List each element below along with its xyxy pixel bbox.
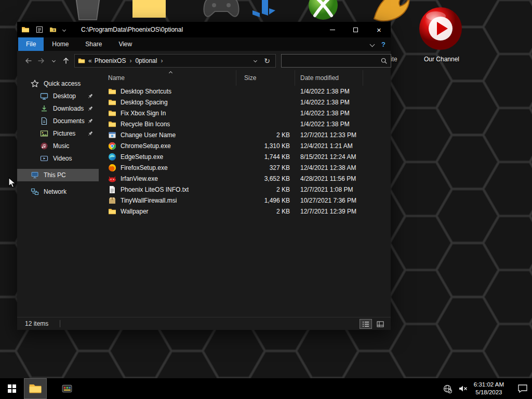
address-box[interactable]: « PhoenixOS›0ptional› ↻ bbox=[74, 54, 276, 68]
pictures-icon bbox=[40, 129, 48, 138]
file-row-irfanview-exe[interactable]: IrfanView.exe 3,652 KB 4/28/2021 11:56 P… bbox=[99, 173, 391, 184]
breadcrumb-overflow-icon[interactable]: « bbox=[88, 57, 91, 64]
system-tray: 6:31:02 AM 5/18/2023 bbox=[443, 381, 532, 396]
sidebar-item-label: Music bbox=[53, 142, 69, 150]
file-row-edgesetup-exe[interactable]: EdgeSetup.exe 1,744 KB 8/15/2021 12:24 A… bbox=[99, 151, 391, 162]
file-row-recycle-bin-icons[interactable]: Recycle Bin Icons 1/4/2022 1:38 PM bbox=[99, 118, 391, 129]
refresh-icon[interactable]: ↻ bbox=[264, 57, 270, 64]
action-center-icon[interactable] bbox=[517, 384, 528, 393]
sidebar-item-this-pc[interactable]: This PC bbox=[17, 169, 99, 181]
sidebar-item-label: Downloads bbox=[53, 105, 84, 112]
file-date: 4/28/2021 11:56 PM bbox=[295, 175, 363, 182]
file-name: Phoenix LiteOS INFO.txt bbox=[121, 186, 189, 193]
videos-icon bbox=[40, 154, 48, 163]
address-folder-icon bbox=[78, 57, 85, 64]
ribbon-tab-share[interactable]: Share bbox=[77, 37, 110, 51]
sidebar-item-desktop[interactable]: Desktop bbox=[17, 90, 99, 102]
file-date: 10/27/2021 7:36 PM bbox=[295, 197, 363, 204]
column-header-date-modified[interactable]: Date modified bbox=[295, 70, 363, 86]
irfanview-icon bbox=[108, 175, 116, 183]
file-row-desktop-spacing[interactable]: Desktop Spacing 1/4/2022 1:38 PM bbox=[99, 97, 391, 108]
file-row-phoenix-liteos-info-txt[interactable]: Phoenix LiteOS INFO.txt 2 KB 12/7/2021 1… bbox=[99, 184, 391, 195]
file-name: Change User Name bbox=[121, 131, 176, 139]
file-row-desktop-shortcuts[interactable]: Desktop Shortcuts 1/4/2022 1:38 PM bbox=[99, 86, 391, 97]
up-icon[interactable] bbox=[60, 55, 72, 67]
file-name: Fix Xbox Sign In bbox=[121, 110, 166, 117]
minimize-button[interactable] bbox=[321, 22, 344, 37]
recent-locations-chevron-icon[interactable] bbox=[47, 55, 60, 67]
sidebar-item-network[interactable]: Network bbox=[17, 185, 99, 198]
file-row-firefoxsetup-exe[interactable]: FirefoxSetup.exe 327 KB 12/4/2021 12:38 … bbox=[99, 162, 391, 173]
properties-icon[interactable] bbox=[36, 26, 43, 33]
quick-access-toolbar bbox=[36, 26, 65, 33]
sidebar-item-label: Quick access bbox=[44, 80, 81, 87]
taskbar-app-icon[interactable] bbox=[55, 378, 79, 399]
playstation-desktop-icon[interactable] bbox=[249, 0, 278, 20]
forward-icon[interactable] bbox=[35, 55, 47, 67]
our-channel-icon[interactable] bbox=[418, 6, 463, 51]
address-dropdown-chevron-icon[interactable] bbox=[254, 59, 257, 62]
qat-customize-chevron-icon[interactable] bbox=[62, 28, 66, 31]
breadcrumb-segment-0ptional[interactable]: 0ptional bbox=[135, 57, 157, 64]
file-date: 1/4/2022 1:38 PM bbox=[295, 110, 363, 117]
breadcrumb: PhoenixOS›0ptional› bbox=[95, 57, 255, 64]
items-count: 12 items bbox=[25, 320, 48, 327]
volume-muted-icon[interactable] bbox=[458, 384, 468, 393]
sidebar-item-videos[interactable]: Videos bbox=[17, 152, 99, 165]
music-icon bbox=[40, 142, 48, 150]
sidebar-item-documents[interactable]: Documents bbox=[17, 115, 99, 127]
details-view-button[interactable] bbox=[360, 319, 372, 329]
pin-icon bbox=[87, 130, 94, 137]
maximize-button[interactable] bbox=[344, 22, 367, 37]
search-box[interactable] bbox=[281, 54, 391, 68]
ribbon-tab-view[interactable]: View bbox=[110, 37, 140, 51]
file-date: 12/4/2021 1:21 AM bbox=[295, 142, 363, 150]
start-button[interactable] bbox=[0, 378, 24, 399]
taskbar-file-explorer-icon[interactable] bbox=[24, 378, 47, 399]
breadcrumb-segment-phoenixos[interactable]: PhoenixOS bbox=[95, 57, 126, 64]
sidebar-item-downloads[interactable]: Downloads bbox=[17, 102, 99, 115]
file-row-chromesetup-exe[interactable]: ChromeSetup.exe 1,310 KB 12/4/2021 1:21 … bbox=[99, 140, 391, 151]
ribbon-tab-home[interactable]: Home bbox=[44, 37, 77, 51]
search-icon[interactable] bbox=[380, 57, 388, 64]
column-header-name[interactable]: Name bbox=[99, 70, 236, 86]
thumbnails-view-button[interactable] bbox=[374, 319, 387, 329]
taskbar-clock[interactable]: 6:31:02 AM 5/18/2023 bbox=[474, 381, 504, 396]
file-row-change-user-name[interactable]: Change User Name 2 KB 12/7/2021 12:33 PM bbox=[99, 129, 391, 140]
file-name: Desktop Spacing bbox=[121, 99, 168, 106]
file-row-fix-xbox-sign-in[interactable]: Fix Xbox Sign In 1/4/2022 1:38 PM bbox=[99, 108, 391, 118]
our-channel-label[interactable]: Our Channel bbox=[421, 56, 462, 63]
recycle-bin-icon[interactable] bbox=[72, 0, 104, 21]
phoenix-desktop-icon[interactable] bbox=[370, 0, 410, 23]
file-list: Name Size Date modified Desktop Shortcut… bbox=[99, 70, 391, 317]
sidebar-item-pictures[interactable]: Pictures bbox=[17, 127, 99, 140]
controller-desktop-icon[interactable] bbox=[203, 0, 240, 19]
file-date: 1/4/2022 1:38 PM bbox=[295, 121, 363, 128]
file-size: 327 KB bbox=[236, 164, 295, 171]
network-globe-icon[interactable] bbox=[443, 384, 452, 393]
folder-desktop-icon[interactable] bbox=[131, 0, 167, 20]
back-icon[interactable] bbox=[22, 55, 35, 67]
file-row-tinywallfirewall-msi[interactable]: TinyWallFirewall.msi 1,496 KB 10/27/2021… bbox=[99, 195, 391, 206]
file-name: Desktop Shortcuts bbox=[121, 88, 171, 95]
breadcrumb-separator-icon[interactable]: › bbox=[129, 57, 131, 64]
file-row-wallpaper[interactable]: Wallpaper 2 KB 12/7/2021 12:39 PM bbox=[99, 206, 391, 217]
sidebar-item-music[interactable]: Music bbox=[17, 140, 99, 152]
ribbon-tab-file[interactable]: File bbox=[18, 37, 44, 51]
xbox-desktop-icon[interactable] bbox=[307, 0, 340, 21]
ribbon-expand-chevron-icon[interactable] bbox=[370, 42, 375, 47]
file-name: FirefoxSetup.exe bbox=[121, 164, 168, 171]
column-header-size[interactable]: Size bbox=[236, 70, 295, 86]
sidebar-item-quick-access[interactable]: Quick access bbox=[17, 77, 99, 90]
new-folder-icon[interactable] bbox=[49, 26, 57, 33]
edge-icon bbox=[108, 153, 116, 161]
file-size: 1,310 KB bbox=[236, 142, 295, 150]
search-input[interactable] bbox=[285, 57, 380, 65]
file-name: ChromeSetup.exe bbox=[121, 142, 171, 150]
title-bar[interactable]: C:\ProgramData\PhoenixOS\0ptional × bbox=[17, 22, 391, 37]
file-size: 2 KB bbox=[236, 131, 295, 139]
breadcrumb-separator-icon[interactable]: › bbox=[161, 57, 163, 64]
close-button[interactable]: × bbox=[367, 22, 391, 37]
help-icon[interactable]: ? bbox=[381, 41, 385, 48]
file-date: 1/4/2022 1:38 PM bbox=[295, 99, 363, 106]
